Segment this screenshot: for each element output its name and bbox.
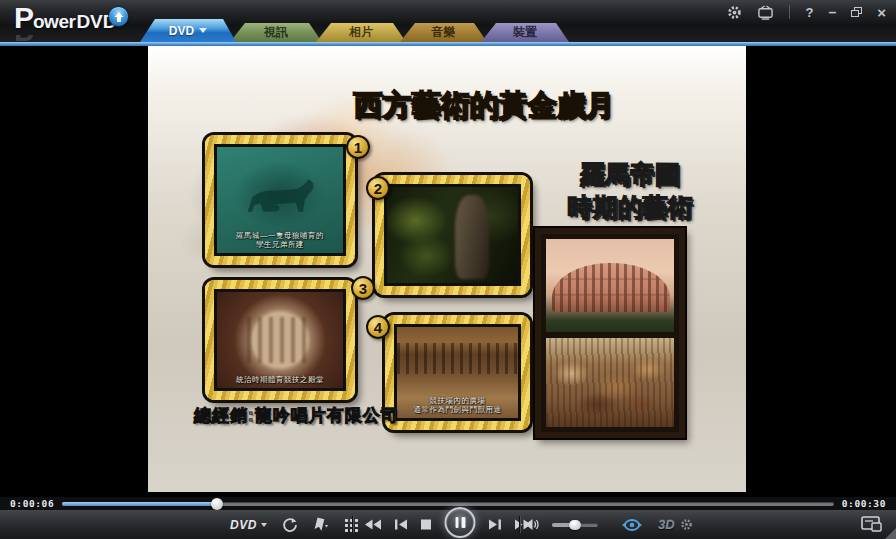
distributor-text: 總經銷:龍吟唱片有限公司 xyxy=(194,404,399,427)
pause-button[interactable] xyxy=(445,507,476,538)
battle-painting-image xyxy=(546,338,674,427)
tv-mode-icon[interactable] xyxy=(757,4,774,20)
3d-settings[interactable]: 3D xyxy=(658,517,693,532)
dvd-menu-title: 西方藝術的黃金歲月 xyxy=(348,86,620,126)
tab-music[interactable]: 音樂 xyxy=(400,23,487,42)
window-controls-separator xyxy=(789,5,790,19)
help-button[interactable]: ? xyxy=(805,4,813,20)
chapter-4-thumbnail[interactable]: 競技場內的廣場 通常作為鬥劍與鬥獸用途 xyxy=(385,315,530,430)
dvd-menu-topic: 羅馬帝國 時期的藝術 xyxy=(538,158,722,224)
total-duration: 0:00:30 xyxy=(842,498,886,509)
volume-thumb[interactable] xyxy=(569,520,581,530)
chapter-1-thumbnail[interactable]: 羅馬城—一隻母狼哺育的 孿生兄弟所建 xyxy=(205,135,355,265)
powerdvd-logo: PowerDVD PowerDVD xyxy=(14,1,117,48)
tab-dvd[interactable]: DVD xyxy=(140,19,236,42)
video-area: 西方藝術的黃金歲月 羅馬帝國 時期的藝術 羅馬城—一隻母狼哺育的 xyxy=(0,46,896,497)
up-arrow-icon xyxy=(113,11,125,23)
media-tabs: DVD 視訊 相片 音樂 裝置 xyxy=(140,0,569,42)
tab-video-label: 視訊 xyxy=(264,24,288,41)
logo-ower: ower xyxy=(33,11,75,33)
chapter-4-number[interactable]: 4 xyxy=(366,315,390,339)
titlebar: PowerDVD PowerDVD xyxy=(0,0,896,42)
colosseum-exterior-image xyxy=(546,239,674,332)
tab-device-label: 裝置 xyxy=(513,24,537,41)
resize-grip[interactable] xyxy=(885,528,896,539)
display-output-icon[interactable] xyxy=(861,515,882,532)
repeat-icon[interactable] xyxy=(282,517,298,533)
settings-gear-icon[interactable] xyxy=(727,4,742,20)
tab-photo-label: 相片 xyxy=(349,24,373,41)
volume-speaker-icon[interactable] xyxy=(524,518,540,531)
topic-line2: 時期的藝術 xyxy=(538,191,722,224)
next-button[interactable] xyxy=(489,519,502,530)
seek-thumb[interactable] xyxy=(211,498,223,510)
truetheater-eye-icon[interactable] xyxy=(618,518,646,532)
chapter-3-thumbnail[interactable]: 統治時期體育競技之殿堂 xyxy=(205,280,355,400)
gallery-frame xyxy=(535,228,685,438)
grid-view-icon[interactable] xyxy=(344,518,358,532)
tab-photo[interactable]: 相片 xyxy=(316,23,406,42)
tab-music-label: 音樂 xyxy=(432,24,456,41)
logo-text: PowerDVD xyxy=(14,1,117,35)
transport-controls xyxy=(365,510,532,539)
chapter-1-number[interactable]: 1 xyxy=(346,135,370,159)
tab-dvd-label: DVD xyxy=(169,24,194,38)
rewind-button[interactable] xyxy=(365,519,382,530)
close-button[interactable]: × xyxy=(877,4,886,20)
chapter-3-caption: 統治時期體育競技之殿堂 xyxy=(217,375,343,384)
restore-button[interactable] xyxy=(851,4,862,20)
progress-row: 0:00:06 0:00:30 xyxy=(0,497,896,510)
previous-button[interactable] xyxy=(395,519,408,530)
window-controls: ? – × xyxy=(727,4,886,20)
relief-medallion-image xyxy=(217,292,343,388)
seek-fill xyxy=(62,502,216,506)
chapter-2-thumbnail[interactable] xyxy=(375,175,530,295)
volume-slider[interactable] xyxy=(552,523,598,527)
tab-device[interactable]: 裝置 xyxy=(481,23,569,42)
chapter-4-caption: 競技場內的廣場 通常作為鬥劍與鬥獸用途 xyxy=(397,396,518,414)
buttons-row: DVD xyxy=(0,510,896,539)
elapsed-time: 0:00:06 xyxy=(10,498,54,509)
seek-slider[interactable] xyxy=(62,502,834,506)
tab-video[interactable]: 視訊 xyxy=(230,23,322,42)
dvd-menu-video[interactable]: 西方藝術的黃金歲月 羅馬帝國 時期的藝術 羅馬城—一隻母狼哺育的 xyxy=(148,46,746,492)
statue-garden-image xyxy=(387,187,518,283)
separator xyxy=(519,516,520,533)
menu-tools-group: DVD xyxy=(230,510,358,539)
upgrade-button[interactable] xyxy=(108,6,129,27)
minimize-button[interactable]: – xyxy=(828,4,836,20)
chevron-down-icon xyxy=(261,523,267,527)
chapter-2-number[interactable]: 2 xyxy=(366,176,390,200)
chapter-1-caption: 羅馬城—一隻母狼哺育的 孿生兄弟所建 xyxy=(217,231,343,249)
control-bar: 0:00:06 0:00:30 DVD xyxy=(0,497,896,539)
audio-video-group: 3D xyxy=(524,510,693,539)
gear-icon xyxy=(680,518,693,531)
dvd-menu-button[interactable]: DVD xyxy=(230,518,267,532)
powerdvd-window: PowerDVD PowerDVD xyxy=(0,0,896,539)
volume-fill xyxy=(552,523,575,527)
restore-icon xyxy=(851,7,862,17)
chapter-3-number[interactable]: 3 xyxy=(351,276,375,300)
separator xyxy=(352,516,353,533)
3d-label: 3D xyxy=(658,517,675,532)
logo-p: P xyxy=(14,1,33,35)
stop-button[interactable] xyxy=(421,519,432,530)
topic-line1: 羅馬帝國 xyxy=(538,158,722,191)
chevron-down-icon xyxy=(199,28,207,33)
bookmark-icon[interactable] xyxy=(313,517,329,532)
